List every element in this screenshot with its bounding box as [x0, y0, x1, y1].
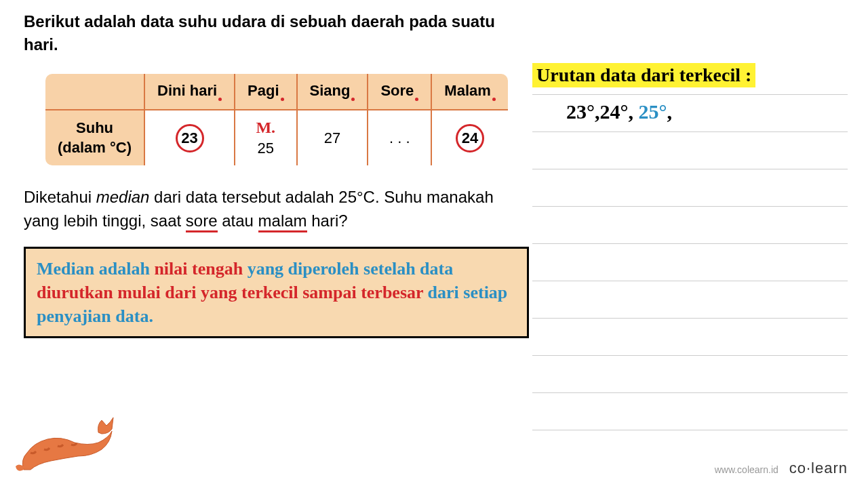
- col-malam: Malam: [431, 73, 508, 110]
- cell-dinihari: 23: [144, 110, 235, 166]
- sorted-title: Urutan data dari terkecil :: [532, 63, 755, 87]
- col-pagi: Pagi: [235, 73, 296, 110]
- brand-logo: co·learn: [789, 460, 848, 476]
- question-text: Diketahui median dari data tersebut adal…: [24, 186, 529, 233]
- col-sore: Sore: [368, 73, 431, 110]
- row-label: Suhu (dalam °C): [45, 110, 144, 166]
- temperature-table: Dini hari Pagi Siang Sore Malam Suhu (da…: [44, 73, 509, 167]
- cell-siang: 27: [297, 110, 368, 166]
- cell-malam: 24: [431, 110, 508, 166]
- cat-illustration: [10, 405, 119, 480]
- footer-brand: www.colearn.id co·learn: [715, 460, 848, 477]
- cell-sore: . . .: [368, 110, 431, 166]
- col-dinihari: Dini hari: [144, 73, 235, 110]
- blank-header: [45, 73, 144, 110]
- definition-box: Median adalah nilai tengah yang diperole…: [24, 247, 529, 338]
- footer-url: www.colearn.id: [715, 464, 778, 475]
- col-siang: Siang: [297, 73, 368, 110]
- sorted-values: 23°,24°, 25°,: [566, 100, 672, 123]
- intro-text: Berikut adalah data suhu udara di sebuah…: [24, 10, 529, 56]
- worksheet-panel: Urutan data dari terkecil : 23°,24°, 25°…: [532, 58, 848, 430]
- cell-pagi: M. 25: [235, 110, 296, 166]
- m-annotation: M.: [248, 119, 283, 137]
